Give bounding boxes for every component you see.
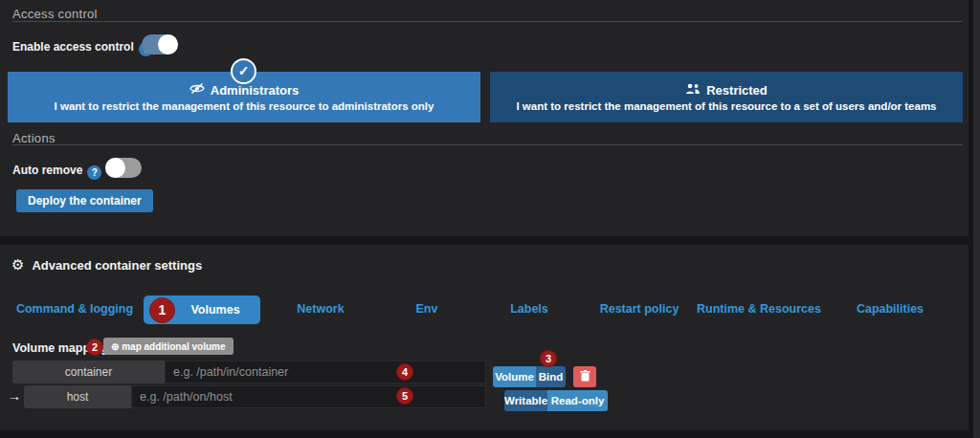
trash-icon [580,370,590,384]
map-additional-volume-label: map additional volume [122,341,225,352]
container-path-input[interactable] [165,361,486,383]
card-title: Administrators [211,83,299,98]
tab-capabilities[interactable]: Capabilities [857,302,924,316]
host-path-input[interactable] [131,385,486,408]
deploy-container-button[interactable]: Deploy the container [16,189,153,212]
actions-divider [12,144,963,145]
card-description: I want to restrict the management of thi… [516,100,936,112]
access-control-panel: Access control Enable access control? ✓ … [0,0,969,236]
actions-header: Actions [12,131,56,145]
enable-access-control-label: Enable access control [12,40,134,54]
auto-remove-toggle[interactable] [105,158,142,178]
tab-volumes-label: Volumes [190,303,239,317]
annotation-badge-2: 2 [86,339,103,356]
tab-env[interactable]: Env [416,302,438,316]
tab-labels[interactable]: Labels [510,302,548,316]
annotation-badge-4: 4 [396,363,413,381]
gear-icon: ⚙ [11,256,24,274]
annotation-badge-3: 3 [540,350,557,367]
tab-restart-policy[interactable]: Restart policy [600,302,679,316]
enable-access-control-toggle[interactable] [142,34,178,55]
users-icon [685,83,701,98]
access-control-divider [12,21,963,22]
tab-network[interactable]: Network [297,302,344,316]
annotation-badge-5: 5 [396,387,413,405]
advanced-settings-panel: ⚙ Advanced container settings Command & … [0,245,969,430]
volume-type-button[interactable]: Volume [493,366,536,387]
toggle-knob [158,34,178,55]
eye-slash-icon [189,82,205,98]
toggle-knob [105,158,125,178]
container-addon-label: container [12,361,165,383]
access-control-header: Access control [12,7,98,21]
annotation-badge-1: 1 [149,297,175,323]
card-description: I want to restrict the management of thi… [55,100,434,112]
tab-command-logging[interactable]: Command & logging [16,302,133,316]
help-icon[interactable]: ? [87,165,101,180]
card-title: Restricted [706,83,768,98]
host-addon-label: host [24,385,131,408]
scrollbar-track[interactable] [973,0,980,438]
readonly-mode-button[interactable]: Read-only [547,390,608,411]
advanced-settings-title: Advanced container settings [32,258,202,273]
map-additional-volume-button[interactable]: ⊕ map additional volume [103,338,234,355]
writable-mode-button[interactable]: Writable [504,390,547,411]
remove-volume-button[interactable] [573,366,596,387]
arrow-right-icon: → [8,388,21,404]
tab-runtime-resources[interactable]: Runtime & Resources [697,302,821,316]
bind-type-button[interactable]: Bind [536,366,566,387]
auto-remove-label: Auto remove [12,164,82,177]
access-option-restricted[interactable]: Restricted I want to restrict the manage… [490,72,963,122]
selected-check-icon: ✓ [231,58,256,84]
plus-circle-icon: ⊕ [111,341,119,352]
